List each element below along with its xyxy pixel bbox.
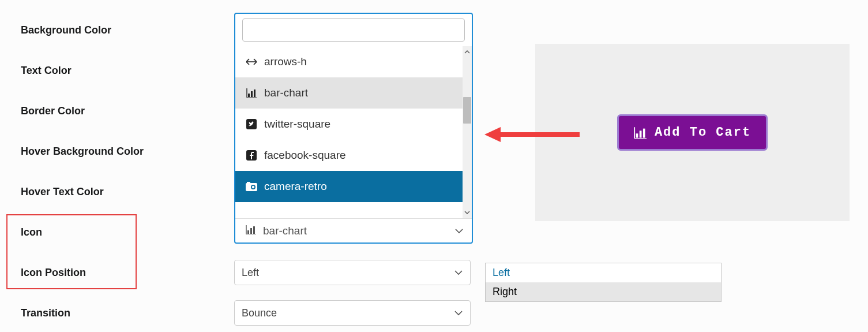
camera-retro-icon [246, 182, 257, 191]
preview-panel: Add To Cart [535, 44, 850, 221]
facebook-square-icon [246, 150, 257, 161]
icon-selected-display[interactable]: bar-chart [235, 218, 472, 243]
scroll-up-button[interactable] [463, 46, 472, 58]
arrows-h-icon [246, 58, 257, 65]
twitter-square-icon [246, 119, 257, 129]
icon-search-input-wrapper [242, 18, 465, 42]
label-hover-background-color: Hover Background Color [21, 146, 234, 158]
label-text-color: Text Color [21, 65, 234, 77]
label-icon: Icon [21, 226, 234, 238]
icon-position-option-left[interactable]: Left [486, 263, 721, 282]
icon-position-select[interactable]: Left [234, 260, 471, 285]
bar-chart-icon [246, 225, 256, 237]
svg-marker-17 [484, 127, 501, 142]
svg-point-9 [252, 186, 254, 188]
svg-rect-13 [636, 133, 638, 137]
option-label: Right [493, 286, 517, 297]
icon-search-input[interactable] [243, 19, 464, 41]
icon-position-option-right[interactable]: Right [486, 282, 721, 301]
svg-rect-11 [250, 228, 252, 234]
svg-rect-15 [643, 128, 645, 137]
transition-select[interactable]: Bounce [234, 300, 471, 326]
svg-rect-12 [253, 226, 255, 234]
icon-position-value: Left [242, 267, 259, 279]
svg-rect-0 [248, 94, 250, 97]
svg-rect-2 [254, 89, 255, 97]
preview-button-label: Add To Cart [655, 125, 751, 140]
chevron-down-icon [454, 226, 464, 236]
label-hover-text-color: Hover Text Color [21, 186, 234, 198]
bar-chart-icon [246, 88, 257, 98]
label-border-color: Border Color [21, 105, 234, 117]
icon-option-arrows-h[interactable]: arrows-h [235, 46, 472, 77]
chevron-down-icon [454, 268, 463, 277]
label-background-color: Background Color [21, 24, 234, 36]
icon-dropdown-scrollbar[interactable] [463, 46, 472, 218]
icon-option-camera-retro[interactable]: camera-retro [235, 171, 472, 202]
icon-dropdown[interactable]: arrows-h bar-chart twitter-square facebo… [234, 13, 473, 244]
svg-rect-1 [251, 91, 253, 97]
label-icon-position: Icon Position [21, 267, 234, 279]
icon-option-label: arrows-h [264, 55, 307, 68]
svg-rect-7 [247, 182, 250, 184]
option-label: Left [493, 267, 510, 278]
icon-option-bar-chart[interactable]: bar-chart [235, 77, 472, 109]
icon-option-label: bar-chart [264, 87, 308, 99]
bar-chart-icon [634, 127, 647, 139]
icon-position-options-popup[interactable]: Left Right [485, 263, 722, 302]
icon-option-label: camera-retro [264, 180, 327, 193]
icon-option-twitter-square[interactable]: twitter-square [235, 109, 472, 140]
scroll-thumb[interactable] [463, 97, 471, 124]
chevron-down-icon [454, 308, 463, 318]
svg-rect-10 [247, 230, 249, 234]
scroll-down-button[interactable] [463, 207, 472, 218]
label-transition: Transition [21, 307, 234, 319]
icon-option-label: twitter-square [264, 118, 330, 130]
icon-option-label: facebook-square [264, 149, 346, 162]
icon-options-list: arrows-h bar-chart twitter-square facebo… [235, 46, 472, 218]
svg-rect-14 [640, 130, 642, 137]
icon-selected-label: bar-chart [263, 225, 307, 237]
icon-option-facebook-square[interactable]: facebook-square [235, 140, 472, 171]
transition-value: Bounce [242, 307, 277, 319]
preview-add-to-cart-button[interactable]: Add To Cart [617, 114, 768, 151]
